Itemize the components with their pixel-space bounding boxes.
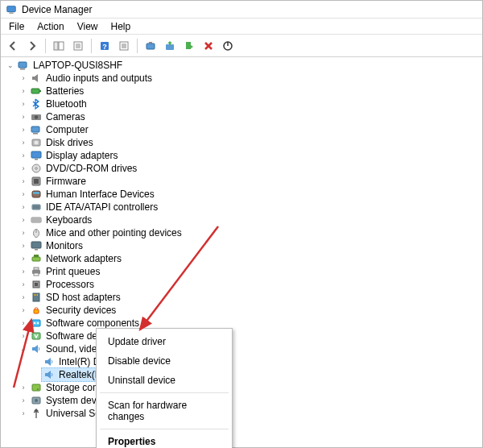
expand-icon[interactable]: › [19,278,28,291]
tree-item-display[interactable]: Display adapters [28,149,119,162]
menu-view[interactable]: View [72,19,103,34]
collapse-icon[interactable]: ⌄ [19,342,28,355]
context-menu-item[interactable]: Update driver [97,332,232,351]
tree-item-cpu[interactable]: Processors [28,278,96,291]
expand-icon[interactable]: › [19,110,28,123]
tree-row[interactable]: ›Processors [4,278,479,291]
disable-button[interactable] [219,37,237,55]
tree-row[interactable]: ›SD host adapters [4,291,479,304]
tree-item-sd[interactable]: SD host adapters [28,291,122,304]
tree-row[interactable]: Intel(R) Display Audio [4,355,479,368]
action-button[interactable] [115,37,133,55]
tree-item-network[interactable]: Network adapters [28,252,123,265]
expand-icon[interactable]: › [19,317,28,330]
context-menu-item[interactable]: Properties [97,432,232,448]
tree-item-monitor[interactable]: Monitors [28,239,85,252]
update-driver-button[interactable] [161,37,179,55]
properties-button[interactable] [69,37,87,55]
scan-button[interactable] [142,37,159,55]
tree-item-ide[interactable]: IDE ATA/ATAPI controllers [28,201,159,214]
tree-item-storage[interactable]: Storage con [28,381,100,394]
expand-icon[interactable]: › [19,330,28,342]
tree-item-speaker[interactable]: Audio inputs and outputs [28,72,154,85]
tree-item-computer[interactable]: Computer [28,123,90,136]
tree-row[interactable]: ›Display adapters [4,149,479,162]
expand-icon[interactable]: › [19,239,28,252]
show-hide-button[interactable] [50,37,68,55]
expand-icon[interactable]: › [19,162,28,175]
tree-row[interactable]: ›Security devices [4,304,479,317]
tree-item-camera[interactable]: Cameras [28,110,87,123]
tree-row[interactable]: ›Keyboards [4,214,479,226]
tree-item-system[interactable]: System devi [28,394,100,407]
tree-item-security[interactable]: Security devices [28,304,118,317]
expand-icon[interactable]: › [19,149,28,162]
help-button[interactable]: ? [96,37,114,55]
tree-row[interactable]: ›System devi [4,394,479,407]
expand-icon[interactable]: › [19,394,28,407]
tree-item-hid[interactable]: Human Interface Devices [28,188,156,201]
tree-row[interactable]: ›Software components [4,317,479,330]
uninstall-button[interactable] [200,37,217,55]
tree-row[interactable]: ›IDE ATA/ATAPI controllers [4,201,479,214]
forward-button[interactable] [23,37,41,55]
menu-action[interactable]: Action [32,19,68,34]
tree-row[interactable]: ›Batteries [4,85,479,97]
expand-icon[interactable]: › [19,123,28,136]
expand-icon[interactable]: › [19,252,28,265]
expand-icon[interactable]: › [19,214,28,226]
tree-row[interactable]: ›Human Interface Devices [4,188,479,201]
context-menu-item[interactable]: Uninstall device [97,371,232,390]
expand-icon[interactable]: › [19,188,28,201]
expand-icon[interactable]: › [19,97,28,110]
tree-row[interactable]: ⌄LAPTOP-QUSI8SHF [4,59,479,72]
collapse-icon[interactable]: ⌄ [6,59,15,72]
tree-item-battery[interactable]: Batteries [28,85,85,97]
svg-point-68 [35,399,38,402]
context-menu-item[interactable]: Scan for hardware changes [97,396,232,426]
expand-icon[interactable]: › [19,291,28,304]
expand-icon[interactable]: › [19,304,28,317]
menu-file[interactable]: File [4,19,29,34]
tree-row[interactable]: ›Disk drives [4,136,479,149]
tree-item-bluetooth[interactable]: Bluetooth [28,97,89,110]
svg-rect-56 [37,294,38,296]
expand-icon[interactable]: › [19,85,28,97]
tree-item-root[interactable]: LAPTOP-QUSI8SHF [15,59,124,72]
expand-icon[interactable]: › [19,407,28,420]
tree-row[interactable]: ›Monitors [4,239,479,252]
tree-row[interactable]: ›Computer [4,123,479,136]
tree-row[interactable]: ›Universal Se [4,407,479,420]
tree-row[interactable]: ›Firmware [4,175,479,188]
tree-row[interactable]: ›Network adapters [4,252,479,265]
context-menu-item[interactable]: Disable device [97,351,232,371]
tree-item-printer[interactable]: Print queues [28,265,101,278]
tree-item-mouse[interactable]: Mice and other pointing devices [28,226,184,239]
expand-icon[interactable]: › [19,226,28,239]
tree-item-dvd[interactable]: DVD/CD-ROM drives [28,162,138,175]
tree-item-disk[interactable]: Disk drives [28,136,95,149]
tree-row[interactable]: ›DVD/CD-ROM drives [4,162,479,175]
tree-row[interactable]: ›Bluetooth [4,97,479,110]
enable-button[interactable] [180,37,198,55]
expand-icon[interactable]: › [19,381,28,394]
tree-row[interactable]: ›Software devices [4,330,479,342]
tree-item-usb[interactable]: Universal Se [28,407,102,420]
back-button[interactable] [4,37,22,55]
expand-icon[interactable]: › [19,265,28,278]
expand-icon[interactable]: › [19,201,28,214]
expand-icon[interactable]: › [19,72,28,85]
tree-row[interactable]: ›Storage con [4,381,479,394]
tree-row[interactable]: ›Audio inputs and outputs [4,72,479,85]
tree-row[interactable]: Realtek(R) [4,368,479,381]
tree-item-firmware[interactable]: Firmware [28,175,88,188]
expand-icon[interactable]: › [19,175,28,188]
tree-row[interactable]: ›Cameras [4,110,479,123]
expand-icon[interactable]: › [19,136,28,149]
menu-help[interactable]: Help [106,19,136,34]
tree-row[interactable]: ⌄Sound, video and game controllers [4,342,479,355]
tree-item-keyboard[interactable]: Keyboards [28,214,93,226]
device-tree[interactable]: ⌄LAPTOP-QUSI8SHF›Audio inputs and output… [4,59,479,444]
tree-row[interactable]: ›Print queues [4,265,479,278]
tree-row[interactable]: ›Mice and other pointing devices [4,226,479,239]
